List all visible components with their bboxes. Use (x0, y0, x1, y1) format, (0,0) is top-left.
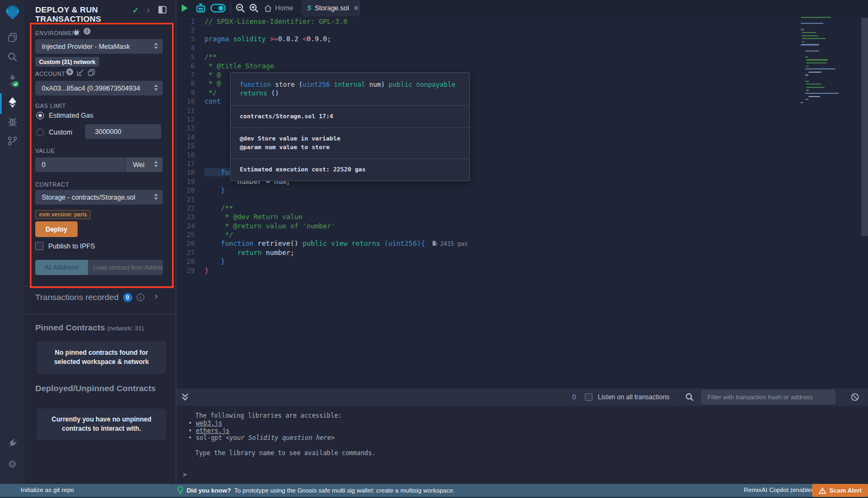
minimap-line (805, 93, 839, 94)
pin-panel-icon[interactable] (158, 6, 167, 16)
code-editor[interactable]: 1// SPDX-License-Identifier: GPL-3.023pr… (176, 16, 868, 388)
minimap-line (802, 35, 818, 36)
transactions-info-icon[interactable]: i (137, 293, 144, 301)
account-select[interactable]: 0xA03...85ac4 (0.398673504934 (35, 81, 163, 95)
terminal-library-link[interactable]: •web3.js (176, 420, 868, 427)
zoom-out-icon[interactable] (235, 3, 245, 15)
code-line[interactable]: 26 function retrieve() public view retur… (176, 239, 786, 248)
value-unit-select[interactable]: Wei (125, 157, 163, 172)
code-line[interactable]: 2 (176, 25, 786, 34)
environment-info-icon[interactable]: i (84, 28, 91, 35)
file-explorer-icon[interactable] (0, 32, 24, 43)
line-number: 26 (176, 239, 205, 247)
terminal-prompt[interactable]: > (183, 471, 187, 478)
code-line[interactable]: 22 /** (176, 203, 786, 212)
add-account-icon[interactable]: + (66, 68, 73, 75)
code-line[interactable]: 6 * @title Storage (176, 61, 786, 70)
code-line[interactable]: 24 * @return value of 'number' (176, 221, 786, 230)
terminal-library-link[interactable]: •ethers.js (176, 427, 868, 435)
code-line[interactable]: 3pragma solidity >=0.8.2 <0.9.0; (176, 35, 786, 43)
value-input[interactable] (35, 157, 125, 172)
minimap-line (805, 68, 835, 69)
contract-select[interactable]: Storage - contracts/Storage.sol (35, 190, 163, 205)
pinned-empty-state: No pinned contracts found for selected w… (37, 341, 166, 374)
gas-estimate-annotation: 2415 gas (432, 240, 468, 247)
scam-alert-badge[interactable]: Scam Alert (812, 484, 868, 497)
code-line[interactable]: 23 * @dev Return value (176, 213, 786, 221)
line-number: 16 (176, 151, 205, 159)
pinned-contracts-title: Pinned Contracts (network: 31) (35, 323, 144, 333)
line-number: 5 (176, 53, 205, 61)
deployed-empty-state: Currently you have no unpinned contracts… (37, 408, 166, 440)
minimap-line (808, 72, 821, 73)
compile-check-icon: ✓ (132, 6, 139, 15)
code-line[interactable]: 29} (176, 266, 786, 274)
transactions-expand-chevron-icon[interactable]: › (155, 291, 157, 301)
debugger-icon[interactable] (0, 116, 24, 127)
transactions-recorded-row[interactable]: Transactions recorded 0 i (35, 292, 144, 302)
edit-account-icon[interactable] (77, 68, 84, 78)
block-icon[interactable] (851, 393, 859, 403)
deploy-button[interactable]: Deploy (35, 221, 78, 237)
line-number: 27 (176, 248, 205, 257)
minimap-line (806, 87, 825, 88)
collapse-chevron-icon[interactable]: › (147, 5, 150, 14)
line-number: 9 (176, 88, 205, 97)
collapse-terminal-icon[interactable] (181, 393, 189, 403)
remix-logo-icon[interactable] (0, 3, 24, 21)
minimap-line (802, 32, 816, 33)
terminal-line: •sol-gpt <your Solidity question here> (176, 435, 868, 442)
code-line[interactable]: 5/** (176, 53, 786, 61)
close-tab-icon[interactable]: ✕ (353, 4, 359, 12)
at-address-button[interactable]: At Address (35, 260, 88, 275)
tab-storage-label: Storage.sol (315, 4, 349, 12)
code-line[interactable]: 27 return number; (176, 248, 786, 257)
transaction-filter-input[interactable] (701, 390, 835, 404)
active-plugin-indicator (0, 93, 2, 114)
solidity-file-icon: S (307, 4, 311, 12)
settings-gear-icon[interactable]: ⚙ (0, 458, 24, 470)
ai-copilot-robot-icon[interactable] (194, 2, 207, 16)
git-icon[interactable] (0, 136, 24, 146)
listen-transactions-checkbox[interactable] (585, 393, 592, 401)
custom-gas-input[interactable] (85, 124, 161, 139)
copy-account-icon[interactable] (88, 68, 95, 78)
plug-icon[interactable] (73, 28, 80, 38)
tab-home[interactable]: Home (264, 0, 293, 16)
environment-select[interactable]: Injected Provider - MetaMask (35, 39, 163, 54)
did-you-know-tip: Did you know? To prototype using the Gno… (177, 486, 455, 494)
editor-scrollbar[interactable] (861, 18, 868, 236)
publish-ipfs-label: Publish to IPFS (48, 242, 95, 250)
plugin-manager-icon[interactable] (0, 438, 24, 449)
line-number: 19 (176, 177, 205, 186)
copilot-status[interactable]: RemixAI Copilot (enabled) (744, 487, 816, 493)
line-number: 2 (176, 26, 205, 34)
terminal-line (176, 442, 868, 450)
tab-bar: Home S Storage.sol ✕ (176, 0, 868, 16)
git-init-button[interactable]: Initialize as git repo (21, 487, 74, 493)
code-line[interactable]: 1// SPDX-License-Identifier: GPL-3.0 (176, 17, 786, 25)
line-number: 15 (176, 142, 205, 150)
terminal-search-icon[interactable] (685, 393, 694, 403)
code-line[interactable]: 21 (176, 195, 786, 203)
code-line[interactable]: 4 (176, 43, 786, 52)
tab-storage-sol[interactable]: S Storage.sol ✕ (303, 0, 359, 16)
custom-gas-radio[interactable] (36, 129, 44, 136)
zoom-in-icon[interactable] (249, 3, 259, 15)
run-script-icon[interactable] (181, 4, 188, 15)
minimap[interactable] (801, 17, 840, 114)
deploy-run-icon[interactable] (0, 97, 24, 108)
code-line[interactable]: 20 } (176, 186, 786, 194)
publish-ipfs-checkbox[interactable] (35, 242, 43, 250)
search-icon[interactable] (0, 52, 24, 62)
tooltip-signature: function store (uint256 internal num) pu… (231, 73, 469, 105)
transactions-recorded-label: Transactions recorded (35, 292, 119, 302)
code-line[interactable]: 25 */ (176, 230, 786, 239)
copilot-toggle[interactable] (210, 4, 226, 15)
minimap-line (802, 41, 805, 42)
at-address-input[interactable] (88, 260, 163, 275)
estimated-gas-radio[interactable] (36, 112, 44, 119)
solidity-compiler-icon[interactable] (0, 74, 24, 88)
code-line[interactable]: 28 } (176, 257, 786, 266)
terminal[interactable]: The following libraries are accessible:•… (176, 406, 868, 484)
